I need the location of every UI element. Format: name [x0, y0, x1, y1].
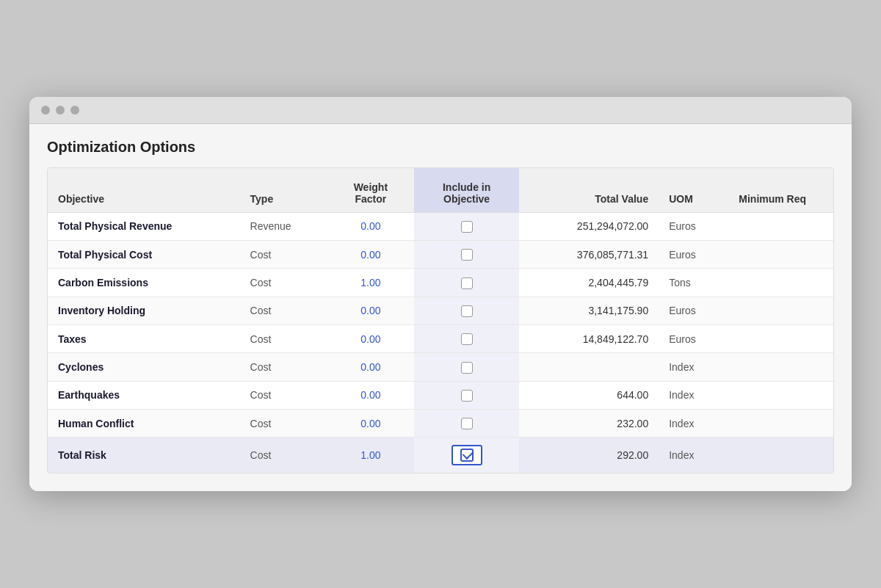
table-row: Inventory HoldingCost0.003,141,175.90Eur…: [48, 297, 833, 324]
row-uom-7: Index: [659, 409, 728, 437]
checkbox-unchecked-5[interactable]: [461, 362, 473, 374]
checkbox-unchecked-3[interactable]: [461, 305, 473, 317]
row-weight-1: 0.00: [327, 241, 414, 269]
checkbox-unchecked-4[interactable]: [461, 333, 473, 345]
th-include: Include in Objective: [414, 168, 519, 213]
row-uom-6: Index: [659, 381, 728, 409]
th-uom: UOM: [659, 168, 728, 213]
row-label-8: Total Risk: [48, 438, 240, 473]
row-value-4: 14,849,122.70: [519, 325, 659, 353]
row-include-6[interactable]: [414, 381, 519, 409]
row-type-8: Cost: [240, 438, 327, 473]
window-dot-2: [56, 106, 65, 115]
checkbox-checked-8[interactable]: [452, 445, 482, 465]
table-container: Objective Type Weight Factor Include in …: [47, 167, 834, 473]
checkbox-unchecked-6[interactable]: [461, 390, 473, 402]
row-type-4: Cost: [240, 325, 327, 353]
th-objective-label: Objective: [58, 193, 230, 205]
checkbox-unchecked-0[interactable]: [461, 221, 473, 233]
row-type-0: Revenue: [240, 212, 327, 240]
row-label-7: Human Conflict: [48, 409, 240, 437]
table-header-row: Objective Type Weight Factor Include in …: [48, 168, 833, 213]
row-include-4[interactable]: [414, 325, 519, 353]
row-min-req-1: [728, 241, 833, 269]
row-uom-8: Index: [659, 438, 728, 473]
table-row: CyclonesCost0.00Index: [48, 353, 833, 381]
row-weight-6: 0.00: [327, 381, 414, 409]
th-total-value: Total Value: [519, 168, 659, 213]
window-dot-1: [41, 106, 50, 115]
row-uom-0: Euros: [659, 212, 728, 240]
row-min-req-8: [728, 438, 833, 473]
row-include-7[interactable]: [414, 409, 519, 437]
checkbox-unchecked-2[interactable]: [461, 277, 473, 289]
row-min-req-4: [728, 325, 833, 353]
row-include-8[interactable]: [414, 438, 519, 473]
row-label-4: Taxes: [48, 325, 240, 353]
row-weight-8: 1.00: [327, 438, 414, 473]
row-uom-2: Tons: [659, 269, 728, 297]
row-value-5: [519, 353, 659, 381]
row-weight-3: 0.00: [327, 297, 414, 324]
row-type-3: Cost: [240, 297, 327, 324]
row-label-3: Inventory Holding: [48, 297, 240, 324]
row-weight-0: 0.00: [327, 212, 414, 240]
th-weight-label: Weight Factor: [354, 181, 388, 205]
th-type: Type: [240, 168, 327, 213]
row-value-2: 2,404,445.79: [519, 269, 659, 297]
checkbox-unchecked-1[interactable]: [461, 249, 473, 261]
row-type-6: Cost: [240, 381, 327, 409]
row-label-5: Cyclones: [48, 353, 240, 381]
th-include-label: Include in Objective: [443, 181, 490, 205]
table-row: Total Physical RevenueRevenue0.00251,294…: [48, 212, 833, 240]
row-uom-5: Index: [659, 353, 728, 381]
table-row: Total Physical CostCost0.00376,085,771.3…: [48, 241, 833, 269]
row-weight-7: 0.00: [327, 409, 414, 437]
row-include-0[interactable]: [414, 212, 519, 240]
checkbox-unchecked-7[interactable]: [461, 418, 473, 429]
row-type-1: Cost: [240, 241, 327, 269]
row-weight-5: 0.00: [327, 353, 414, 381]
row-weight-4: 0.00: [327, 325, 414, 353]
table-row: Total RiskCost1.00292.00Index: [48, 438, 833, 473]
row-weight-2: 1.00: [327, 269, 414, 297]
row-label-0: Total Physical Revenue: [48, 212, 240, 240]
row-value-6: 644.00: [519, 381, 659, 409]
row-label-2: Carbon Emissions: [48, 269, 240, 297]
row-value-7: 232.00: [519, 409, 659, 437]
table-row: Human ConflictCost0.00232.00Index: [48, 409, 833, 437]
row-min-req-0: [728, 212, 833, 240]
row-label-1: Total Physical Cost: [48, 241, 240, 269]
row-uom-1: Euros: [659, 241, 728, 269]
table-body: Total Physical RevenueRevenue0.00251,294…: [48, 212, 833, 473]
row-include-2[interactable]: [414, 269, 519, 297]
row-min-req-5: [728, 353, 833, 381]
row-value-0: 251,294,072.00: [519, 212, 659, 240]
row-min-req-7: [728, 409, 833, 437]
row-min-req-3: [728, 297, 833, 324]
window-body: Optimization Options Objective Type Weig…: [29, 124, 852, 491]
row-label-6: Earthquakes: [48, 381, 240, 409]
row-value-3: 3,141,175.90: [519, 297, 659, 324]
row-include-1[interactable]: [414, 241, 519, 269]
row-include-3[interactable]: [414, 297, 519, 324]
row-include-5[interactable]: [414, 353, 519, 381]
th-min-req: Minimum Req: [728, 168, 833, 213]
row-type-5: Cost: [240, 353, 327, 381]
checkbox-check-icon-8: [460, 449, 474, 462]
th-objective: Objective: [48, 168, 240, 213]
optimization-window: Optimization Options Objective Type Weig…: [29, 97, 852, 491]
table-row: TaxesCost0.0014,849,122.70Euros: [48, 325, 833, 353]
row-uom-4: Euros: [659, 325, 728, 353]
row-min-req-2: [728, 269, 833, 297]
row-uom-3: Euros: [659, 297, 728, 324]
row-value-1: 376,085,771.31: [519, 241, 659, 269]
window-title: Optimization Options: [47, 139, 834, 156]
row-type-2: Cost: [240, 269, 327, 297]
row-value-8: 292.00: [519, 438, 659, 473]
optimization-table: Objective Type Weight Factor Include in …: [48, 168, 833, 473]
table-row: EarthquakesCost0.00644.00Index: [48, 381, 833, 409]
table-row: Carbon EmissionsCost1.002,404,445.79Tons: [48, 269, 833, 297]
row-type-7: Cost: [240, 409, 327, 437]
th-objective-spacer: [58, 175, 230, 193]
